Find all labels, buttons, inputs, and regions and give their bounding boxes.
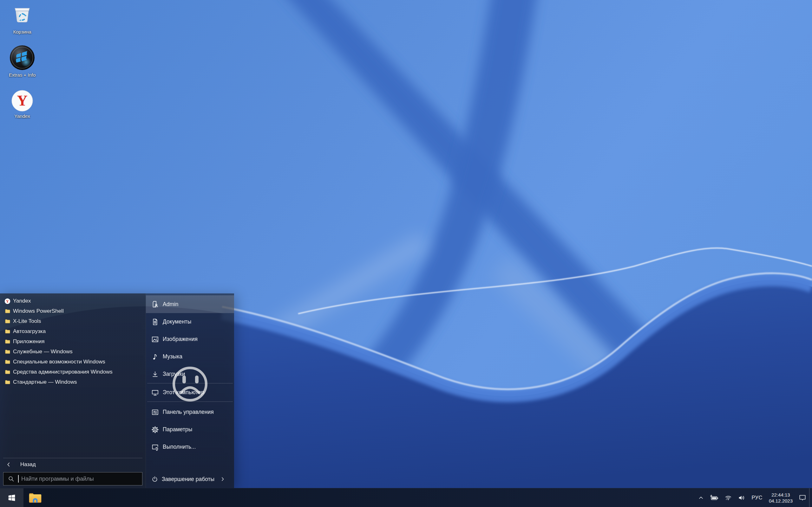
pictures-icon	[151, 335, 159, 343]
chevron-right-icon[interactable]	[219, 476, 226, 482]
menu-empty-space	[146, 456, 234, 470]
start-menu: Y Yandex Windows PowerShell X-Lite Tools…	[0, 293, 234, 488]
start-menu-item-label: Документы	[163, 319, 191, 325]
document-icon	[151, 318, 159, 326]
control-panel-icon	[151, 408, 159, 416]
start-menu-item-xlite-tools[interactable]: X-Lite Tools	[0, 316, 146, 326]
clock-date: 04.12.2023	[769, 498, 793, 504]
start-menu-item-run[interactable]: Выполнить...	[146, 438, 234, 456]
system-tray: РУС 22:44:13 04.12.2023	[695, 488, 812, 507]
start-menu-item-accessibility[interactable]: Специальные возможности Windows	[0, 357, 146, 367]
start-menu-item-label: Admin	[163, 301, 179, 308]
start-menu-item-label: Выполнить...	[163, 444, 196, 450]
desktop: Корзина	[0, 0, 812, 507]
desktop-icon-label: Yandex	[14, 113, 30, 119]
start-menu-item-label: Специальные возможности Windows	[13, 359, 105, 365]
start-menu-item-label: Средства администрирования Windows	[13, 369, 113, 375]
start-menu-item-pictures[interactable]: Изображения	[146, 331, 234, 348]
search-input[interactable]	[3, 472, 142, 486]
start-menu-item-label: Windows PowerShell	[13, 308, 64, 314]
start-menu-item-label: Служебные — Windows	[13, 349, 72, 355]
shutdown-button[interactable]: Завершение работы	[146, 470, 234, 488]
start-menu-item-label: Изображения	[163, 336, 198, 343]
folder-icon	[4, 369, 10, 375]
settings-gear-icon	[151, 426, 159, 434]
start-menu-item-accessories[interactable]: Стандартные — Windows	[0, 377, 146, 387]
clock-time: 22:44:13	[769, 492, 793, 498]
chevron-up-icon	[698, 494, 705, 501]
start-menu-item-label: Автозагрузка	[13, 328, 46, 335]
start-menu-places-panel: Admin Документы Изображения Музыка	[146, 293, 234, 488]
file-explorer-icon	[29, 492, 42, 504]
show-desktop-button[interactable]	[809, 488, 812, 507]
start-menu-item-admin-tools[interactable]: Средства администрирования Windows	[0, 367, 146, 377]
svg-text:Y: Y	[17, 93, 27, 109]
windows-logo-icon	[7, 493, 16, 502]
start-menu-item-label: Загрузки	[163, 371, 185, 377]
folder-icon	[4, 329, 10, 335]
start-menu-item-apps[interactable]: Приложения	[0, 337, 146, 347]
start-menu-item-label: Приложения	[13, 338, 44, 345]
menu-empty-space	[0, 387, 146, 458]
start-menu-item-documents[interactable]: Документы	[146, 313, 234, 331]
desktop-icon-label: Extras + Info	[9, 72, 36, 78]
action-center-icon	[798, 494, 807, 502]
clock[interactable]: 22:44:13 04.12.2023	[766, 492, 796, 504]
folder-icon	[4, 339, 10, 345]
shutdown-label: Завершение работы	[162, 476, 214, 483]
yandex-small-icon: Y	[4, 298, 10, 304]
svg-text:Y: Y	[6, 299, 9, 303]
folder-icon	[4, 319, 10, 325]
start-menu-item-admin[interactable]: Admin	[146, 295, 234, 313]
back-label: Назад	[20, 461, 36, 468]
start-menu-item-label: X-Lite Tools	[13, 318, 41, 325]
desktop-icon-recycle-bin[interactable]: Корзина	[1, 3, 43, 35]
power-icon	[151, 475, 159, 483]
start-menu-item-label: Этот компьютер	[163, 389, 204, 396]
file-explorer-button[interactable]	[23, 488, 47, 507]
start-menu-item-label: Музыка	[163, 353, 183, 360]
recycle-bin-icon	[11, 3, 34, 27]
desktop-icon-yandex[interactable]: Y Yandex	[1, 90, 43, 119]
start-menu-item-system-windows[interactable]: Служебные — Windows	[0, 347, 146, 357]
folder-icon	[4, 359, 10, 365]
wifi-icon	[724, 494, 732, 502]
user-icon	[151, 300, 159, 308]
folder-icon	[4, 349, 10, 355]
start-button[interactable]	[0, 488, 23, 507]
music-icon	[151, 353, 159, 361]
folder-icon	[4, 308, 10, 314]
search-box	[3, 472, 142, 486]
start-menu-item-control-panel[interactable]: Панель управления	[146, 403, 234, 421]
language-indicator[interactable]: РУС	[748, 488, 766, 507]
start-menu-item-downloads[interactable]: Загрузки	[146, 365, 234, 383]
action-center-button[interactable]	[796, 488, 809, 507]
start-menu-item-autostart[interactable]: Автозагрузка	[0, 326, 146, 337]
tray-battery[interactable]	[707, 488, 722, 507]
tray-show-hidden-icons[interactable]	[695, 488, 707, 507]
chevron-left-icon	[5, 461, 12, 468]
start-menu-item-this-pc[interactable]: Этот компьютер	[146, 384, 234, 401]
start-menu-item-music[interactable]: Музыка	[146, 348, 234, 365]
start-menu-item-powershell[interactable]: Windows PowerShell	[0, 306, 146, 316]
computer-icon	[151, 389, 159, 397]
tray-network[interactable]	[722, 488, 735, 507]
text-caret	[18, 475, 19, 483]
start-menu-item-settings[interactable]: Параметры	[146, 421, 234, 438]
start-menu-item-label: Панель управления	[163, 409, 214, 415]
tray-volume[interactable]	[735, 488, 748, 507]
menu-separator	[147, 401, 233, 402]
back-button[interactable]: Назад	[0, 458, 146, 471]
extras-info-icon	[9, 45, 35, 71]
start-menu-item-label: Yandex	[13, 298, 31, 304]
download-icon	[151, 370, 159, 378]
yandex-icon: Y	[11, 90, 33, 112]
start-menu-item-label: Стандартные — Windows	[13, 379, 77, 385]
desktop-icon-label: Корзина	[13, 29, 31, 35]
start-menu-item-yandex[interactable]: Y Yandex	[0, 296, 146, 306]
desktop-icon-extras-info[interactable]: Extras + Info	[1, 45, 43, 78]
battery-charging-icon	[710, 494, 719, 502]
start-menu-item-label: Параметры	[163, 426, 192, 433]
speaker-icon	[738, 494, 746, 502]
taskbar: РУС 22:44:13 04.12.2023	[0, 488, 812, 507]
